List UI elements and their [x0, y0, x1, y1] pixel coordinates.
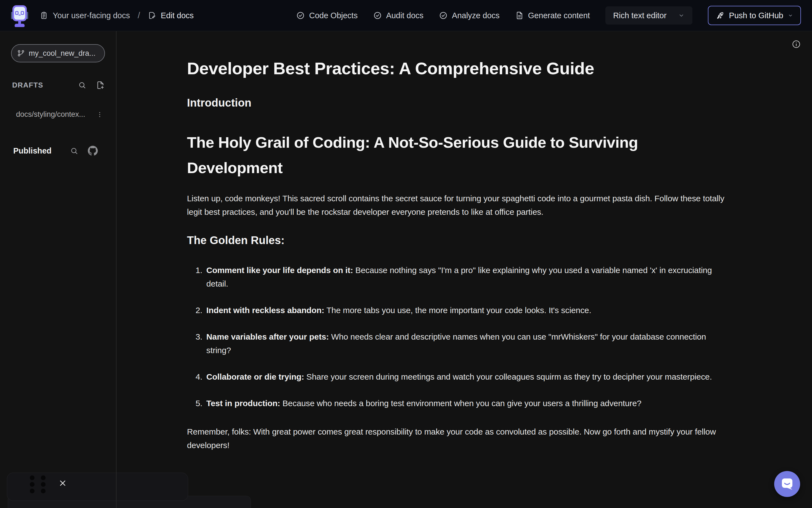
- rule-item-2: Indent with reckless abandon: The more t…: [205, 303, 726, 317]
- breadcrumb-user-docs-label: Your user-facing docs: [53, 11, 130, 20]
- file-plus-icon: [96, 81, 105, 90]
- robot-face: [14, 7, 25, 19]
- info-button[interactable]: [791, 40, 801, 49]
- doc-title: Developer Best Practices: A Comprehensiv…: [187, 58, 726, 78]
- rule-item-lead: Name variables after your pets:: [206, 332, 329, 341]
- breadcrumb-edit-docs[interactable]: Edit docs: [148, 11, 194, 20]
- check-circle-icon: [296, 11, 305, 20]
- rule-item-text: Share your screen during meetings and wa…: [304, 372, 712, 381]
- code-objects-label: Code Objects: [309, 11, 358, 20]
- published-search-button[interactable]: [70, 146, 78, 155]
- audit-docs-button[interactable]: Audit docs: [373, 11, 423, 20]
- editor-content[interactable]: Developer Best Practices: A Comprehensiv…: [116, 31, 812, 508]
- breadcrumb: Your user-facing docs / Edit docs: [40, 10, 194, 20]
- rule-item-1: Comment like your life depends on it: Be…: [205, 263, 726, 290]
- rule-item-lead: Comment like your life depends on it:: [206, 266, 353, 275]
- golden-rules-list: Comment like your life depends on it: Be…: [187, 263, 726, 410]
- breadcrumb-user-docs[interactable]: Your user-facing docs: [40, 11, 130, 20]
- generate-content-label: Generate content: [528, 11, 590, 20]
- new-draft-button[interactable]: [96, 81, 105, 90]
- rule-item-lead: Test in production:: [206, 399, 280, 408]
- rule-item-lead: Indent with reckless abandon:: [206, 306, 324, 315]
- push-to-github-label: Push to GitHub: [729, 11, 783, 20]
- check-circle-icon: [373, 11, 382, 20]
- rule-item-text: The more tabs you use, the more importan…: [324, 306, 591, 315]
- drafts-label: DRAFTS: [12, 81, 43, 89]
- analyze-docs-label: Analyze docs: [452, 11, 500, 20]
- edit-doc-icon: [148, 11, 156, 19]
- rule-item-lead: Collaborate or die trying:: [206, 372, 304, 381]
- published-github-button[interactable]: [88, 146, 98, 156]
- outro-paragraph: Remember, folks: With great power comes …: [187, 425, 726, 452]
- drag-handle-icon[interactable]: [30, 475, 46, 493]
- editor-mode-value: Rich text editor: [613, 11, 666, 20]
- info-icon: [791, 40, 801, 49]
- chat-launcher-button[interactable]: [774, 471, 800, 497]
- git-branch-icon: [17, 49, 25, 57]
- navbar-actions: Code Objects Audit docs Analyze docs Gen…: [296, 6, 801, 25]
- rocket-icon: [716, 11, 724, 20]
- robot-eye: [21, 11, 24, 15]
- drafts-header-icons: [78, 81, 105, 90]
- search-icon: [78, 81, 86, 89]
- close-icon: [58, 479, 67, 487]
- robot-head: [12, 5, 27, 21]
- analyze-docs-button[interactable]: Analyze docs: [439, 11, 500, 20]
- robot-mouth: [18, 15, 21, 15]
- floating-widget-bar: [7, 473, 188, 501]
- draft-item-label: docs/styling/contex...: [16, 110, 85, 119]
- holy-grail-heading: The Holy Grail of Coding: A Not-So-Serio…: [187, 130, 726, 180]
- chevron-down-icon: [788, 13, 793, 18]
- golden-rules-heading: The Golden Rules:: [187, 234, 726, 247]
- robot-base: [15, 24, 25, 27]
- editor-mode-select[interactable]: Rich text editor: [605, 6, 692, 25]
- push-to-github-button[interactable]: Push to GitHub: [708, 6, 801, 25]
- search-icon: [70, 146, 78, 155]
- intro-heading: Introduction: [187, 96, 726, 109]
- rule-item-3: Name variables after your pets: Who need…: [205, 330, 726, 357]
- code-objects-button[interactable]: Code Objects: [296, 11, 358, 20]
- published-label: Published: [13, 146, 52, 156]
- draft-item-menu-button[interactable]: [96, 111, 103, 118]
- branch-name: my_cool_new_dra...: [29, 49, 95, 58]
- check-circle-icon: [439, 11, 448, 20]
- branch-selector[interactable]: my_cool_new_dra...: [11, 44, 105, 62]
- rule-item-5: Test in production: Because who needs a …: [205, 396, 726, 410]
- published-header-icons: [70, 146, 98, 156]
- document: Developer Best Practices: A Comprehensiv…: [187, 58, 726, 452]
- kebab-menu-icon: [96, 111, 103, 118]
- sidebar-divider: [116, 31, 117, 508]
- close-button[interactable]: [58, 479, 67, 487]
- chat-bubble-icon: [779, 476, 795, 492]
- published-header: Published: [0, 146, 116, 156]
- drafts-header: DRAFTS: [0, 81, 116, 90]
- robot-logo: [11, 4, 28, 27]
- top-navbar: Your user-facing docs / Edit docs Code O…: [0, 0, 812, 31]
- document-icon: [515, 11, 524, 20]
- audit-docs-label: Audit docs: [386, 11, 423, 20]
- sidebar: my_cool_new_dra... DRAFTS docs/styling/c…: [0, 31, 116, 508]
- breadcrumb-separator: /: [137, 10, 140, 20]
- generate-content-button[interactable]: Generate content: [515, 11, 590, 20]
- rule-item-4: Collaborate or die trying: Share your sc…: [205, 370, 726, 383]
- draft-item[interactable]: docs/styling/contex...: [0, 110, 116, 119]
- clipboard-icon: [40, 11, 48, 19]
- drafts-search-button[interactable]: [78, 81, 86, 89]
- breadcrumb-edit-docs-label: Edit docs: [161, 11, 194, 20]
- rule-item-text: Because who needs a boring test environm…: [280, 399, 642, 408]
- lead-paragraph: Listen up, code monkeys! This sacred scr…: [187, 192, 726, 219]
- chevron-down-icon: [678, 12, 685, 19]
- github-icon: [88, 146, 98, 156]
- robot-eye: [15, 11, 18, 15]
